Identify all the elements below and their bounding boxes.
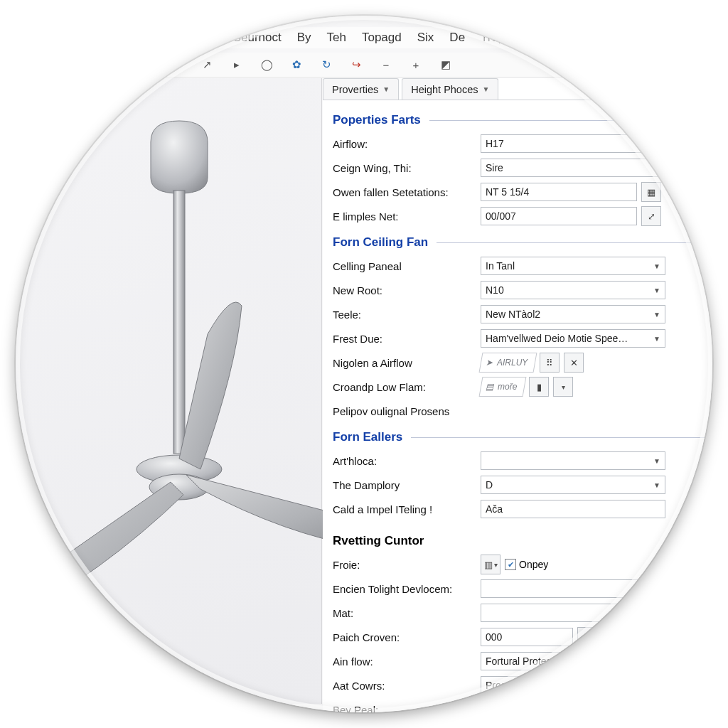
ceign-input[interactable]: Sire <box>481 159 665 177</box>
label: Teele: <box>333 309 481 321</box>
input-value: Procesction sl <box>486 680 547 691</box>
elimples-input[interactable]: 00/007 <box>481 207 637 225</box>
svg-rect-0 <box>173 191 185 454</box>
folder-icon[interactable]: ▣ <box>80 57 95 73</box>
label: Airflow: <box>333 138 481 150</box>
chevron-down-icon: ▼ <box>653 481 660 489</box>
onpey-checkbox[interactable]: ✔Onpey <box>505 559 548 570</box>
label: Celling Paneal <box>333 260 481 272</box>
label: Croandp Low Flam: <box>333 381 481 393</box>
input-value: 000 <box>486 631 502 643</box>
label: E limples Net: <box>333 210 481 223</box>
menu-item[interactable]: Vourls <box>151 31 184 45</box>
owen-input[interactable]: NT 5 15/4 <box>481 183 637 201</box>
input-value: Fortural Protess <box>486 655 557 667</box>
row-owen: Owen fallen Setetations: NT 5 15/4 ▦ <box>333 180 712 204</box>
label: The Damplory <box>333 479 481 491</box>
chevron-down-icon: ▼ <box>382 85 390 93</box>
panel-body: Poperties Farts Airflow: H17 ▼ Ceign Win… <box>323 100 712 712</box>
pointer-icon[interactable]: ↗ <box>199 57 215 73</box>
tab-height-phoces[interactable]: Height Phoces ▼ <box>402 78 498 100</box>
menu-item[interactable]: Six <box>417 31 434 45</box>
tab-properties[interactable]: Proverties ▼ <box>323 78 399 100</box>
flam-chip[interactable]: ▤moře <box>479 377 527 397</box>
label: Frest Due: <box>333 333 481 345</box>
froie-picker[interactable]: ▥▾ <box>481 555 500 574</box>
section-title-text: Poperties Farts <box>333 113 421 127</box>
ainflow-input[interactable]: Fortural Protess <box>481 652 665 670</box>
curve-icon[interactable]: ↪ <box>348 57 364 73</box>
chevron-down-icon: ▼ <box>483 85 490 93</box>
grid-icon[interactable]: ▦ <box>577 627 597 647</box>
panel-combo[interactable]: In Tanl▼ <box>481 257 665 275</box>
airflow-chip[interactable]: ➤AIRLUY <box>479 353 537 373</box>
chip-text: moře <box>498 382 517 392</box>
label: Pelipov oulignal Prosens <box>333 405 481 417</box>
arrow-icon: ➤ <box>486 358 493 368</box>
root-combo[interactable]: N10▼ <box>481 281 665 299</box>
marker-icon[interactable]: ◩ <box>438 57 454 73</box>
section-title-text: Forn Ceiling Fan <box>333 235 428 250</box>
row-elimples: E limples Net: 00/007 ⤢ <box>333 204 712 228</box>
combo-value: Ham'vellwed Deio Motie Spee… <box>486 333 628 344</box>
chip-text: AIRLUY <box>497 358 528 368</box>
app-surface: ɔp Vourls Try Seurnoct By Teh Topagd Six… <box>16 16 712 712</box>
aat-input[interactable]: Procesction sl <box>481 676 665 695</box>
menu-item[interactable]: Try <box>200 31 218 45</box>
section-poperties-farts: Poperties Farts <box>333 113 712 127</box>
gear-icon[interactable]: ✿ <box>289 57 304 73</box>
menu-item[interactable]: Topagd <box>362 31 402 45</box>
line-icon[interactable]: ╲ <box>109 57 125 73</box>
encien-input[interactable] <box>481 579 665 598</box>
combo-value: New NTàol2 <box>486 309 540 320</box>
expand-icon[interactable]: ⤢ <box>641 206 661 226</box>
section-ceiling-fan: Forn Ceiling Fan <box>333 235 712 250</box>
grid-icon[interactable]: ▦ <box>641 182 661 202</box>
row-ceign: Ceign Wing, Thi: Sire <box>333 156 712 180</box>
chevron-down-icon: ▼ <box>653 457 660 465</box>
menu-item[interactable]: Teh <box>327 31 346 45</box>
label: Paich Croven: <box>333 631 481 643</box>
num12-icon[interactable]: 12 <box>139 57 155 73</box>
chevron-down-icon: ▼ <box>653 311 660 318</box>
input-value: Ača <box>486 503 503 515</box>
options-icon[interactable]: ⠿ <box>540 353 560 373</box>
label: Ain flow: <box>333 655 481 668</box>
label: Froie: <box>333 559 481 571</box>
menu-item[interactable]: ɔp <box>122 31 135 46</box>
tab-label: Height Phoces <box>411 84 478 95</box>
back-icon[interactable]: ↩ <box>169 57 185 73</box>
close-icon[interactable]: ✕ <box>564 353 584 373</box>
stepper-icon[interactable]: ▮ <box>529 377 549 397</box>
cald-input[interactable]: Ača <box>481 500 665 518</box>
checkbox-label: Onpey <box>519 559 548 570</box>
airflow-combo[interactable]: H17 ▼ <box>481 134 665 153</box>
bey-input[interactable]: Esv <box>481 700 665 712</box>
paich-input[interactable]: 000 <box>481 628 573 646</box>
more-icon[interactable]: ▾ <box>553 377 573 397</box>
damplory-combo[interactable]: D▼ <box>481 476 665 494</box>
mat-input[interactable] <box>481 604 665 622</box>
chevron-down-icon: ▼ <box>653 140 660 148</box>
teele-combo[interactable]: New NTàol2▼ <box>481 305 665 323</box>
label: Nigolen a Airflow <box>333 357 481 369</box>
label: Cald a Impel ITeling ! <box>333 503 481 515</box>
viewport-3d[interactable] <box>16 78 322 704</box>
circle-icon[interactable]: ◯ <box>259 57 274 73</box>
menu-item[interactable]: Tropphir <box>481 31 525 45</box>
panel-tabs: Proverties ▼ Height Phoces ▼ <box>323 78 712 100</box>
chevron-down-icon: ▼ <box>653 335 660 343</box>
refresh-icon[interactable]: ↻ <box>318 57 334 73</box>
menu-item[interactable]: Seurnoct <box>233 31 282 45</box>
play-icon[interactable]: ▸ <box>229 57 245 73</box>
section-title-text: Rvetting Cuntor <box>333 534 424 548</box>
arthloca-combo[interactable]: ▼ <box>481 451 665 470</box>
plus-icon[interactable]: + <box>408 57 424 73</box>
menu-item[interactable]: By <box>297 31 311 45</box>
input-value: NT 5 15/4 <box>486 186 529 198</box>
minus-icon[interactable]: − <box>378 57 394 73</box>
tool-bar: ▣ ╲ 12 ↩ ↗ ▸ ◯ ✿ ↻ ↪ − + ◩ <box>16 53 712 77</box>
section-title-text: Forn Eallers <box>333 430 402 444</box>
menu-item[interactable]: De <box>449 31 465 45</box>
frest-combo[interactable]: Ham'vellwed Deio Motie Spee…▼ <box>481 329 665 348</box>
